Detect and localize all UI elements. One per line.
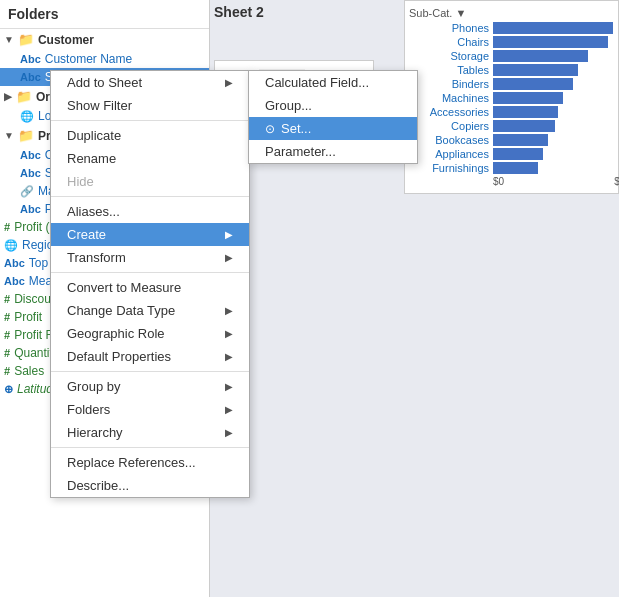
bar-row: Storage — [409, 50, 614, 62]
item-label: Customer Name — [45, 52, 132, 66]
arrow-icon: ▶ — [225, 229, 233, 240]
arrow-icon: ▶ — [225, 328, 233, 339]
bar-row: Binders — [409, 78, 614, 90]
bar-fill — [493, 134, 548, 146]
bar-row: Phones — [409, 22, 614, 34]
bar-rows: Phones Chairs Storage Tables — [409, 22, 614, 187]
menu-replace-references[interactable]: Replace References... — [51, 451, 249, 474]
folder-icon: 📁 — [18, 32, 34, 47]
hash-icon: # — [4, 221, 10, 233]
chart-header: Sub-Cat. ▼ — [409, 7, 614, 19]
submenu-create: Calculated Field... Group... ⊙ Set... Pa… — [248, 70, 418, 164]
arrow-icon: ▶ — [225, 427, 233, 438]
bar-fill — [493, 92, 563, 104]
menu-create[interactable]: Create ▶ — [51, 223, 249, 246]
submenu-parameter[interactable]: Parameter... — [249, 140, 417, 163]
hash-icon: # — [4, 365, 10, 377]
arrow-icon: ▶ — [225, 351, 233, 362]
bar-fill — [493, 120, 555, 132]
menu-transform[interactable]: Transform ▶ — [51, 246, 249, 269]
chart-panel: Sub-Cat. ▼ Phones Chairs Storage — [404, 0, 619, 194]
geo-icon: 🌐 — [4, 239, 18, 252]
bar-fill — [493, 64, 578, 76]
hash-icon: # — [4, 347, 10, 359]
menu-folders[interactable]: Folders ▶ — [51, 398, 249, 421]
hash-icon: # — [4, 293, 10, 305]
menu-hierarchy[interactable]: Hierarchy ▶ — [51, 421, 249, 444]
separator — [51, 120, 249, 121]
menu-change-data-type[interactable]: Change Data Type ▶ — [51, 299, 249, 322]
abc-icon: Abc — [20, 149, 41, 161]
menu-aliases[interactable]: Aliases... — [51, 200, 249, 223]
separator — [51, 196, 249, 197]
bar-row: Appliances — [409, 148, 614, 160]
menu-default-properties[interactable]: Default Properties ▶ — [51, 345, 249, 368]
arrow-icon: ▶ — [225, 252, 233, 263]
separator — [51, 272, 249, 273]
arrow-icon: ▶ — [4, 91, 12, 102]
bar-fill — [493, 36, 608, 48]
abc-icon: Abc — [4, 275, 25, 287]
menu-duplicate[interactable]: Duplicate — [51, 124, 249, 147]
app-container: Folders ▼ 📁 Customer Abc Customer Name A… — [0, 0, 619, 597]
arrow-icon: ▶ — [225, 305, 233, 316]
hash-icon: # — [4, 329, 10, 341]
separator — [51, 447, 249, 448]
bar-fill — [493, 22, 613, 34]
geo-icon: 🌐 — [20, 110, 34, 123]
arrow-icon: ▼ — [4, 34, 14, 45]
bar-row: Machines — [409, 92, 614, 104]
menu-describe[interactable]: Describe... — [51, 474, 249, 497]
bar-row: Bookcases — [409, 134, 614, 146]
bar-row: Copiers — [409, 120, 614, 132]
bar-fill — [493, 50, 588, 62]
bar-row: Chairs — [409, 36, 614, 48]
axis-start: $0 — [493, 176, 504, 187]
folder-icon: 📁 — [18, 128, 34, 143]
bar-row: Furnishings — [409, 162, 614, 174]
paperclip-icon: 🔗 — [20, 185, 34, 198]
arrow-icon: ▶ — [225, 77, 233, 88]
set-icon: ⊙ — [265, 122, 275, 136]
folder-customer[interactable]: ▼ 📁 Customer — [0, 29, 209, 50]
separator — [51, 371, 249, 372]
bar-fill — [493, 78, 573, 90]
hash-icon: # — [4, 311, 10, 323]
arrow-icon: ▼ — [4, 130, 14, 141]
menu-convert-to-measure[interactable]: Convert to Measure — [51, 276, 249, 299]
menu-add-to-sheet[interactable]: Add to Sheet ▶ — [51, 71, 249, 94]
submenu-calculated-field[interactable]: Calculated Field... — [249, 71, 417, 94]
abc-icon: Abc — [20, 167, 41, 179]
bar-fill — [493, 106, 558, 118]
axis-labels: $0 $10 — [409, 176, 614, 187]
abc-icon: Abc — [4, 257, 25, 269]
menu-group-by[interactable]: Group by ▶ — [51, 375, 249, 398]
folders-header: Folders — [0, 0, 209, 29]
menu-hide: Hide — [51, 170, 249, 193]
folder-customer-label: Customer — [38, 33, 94, 47]
abc-icon: Abc — [20, 203, 41, 215]
arrow-icon: ▶ — [225, 381, 233, 392]
abc-icon: Abc — [20, 71, 41, 83]
bar-row: Tables — [409, 64, 614, 76]
item-customer-name[interactable]: Abc Customer Name — [0, 50, 209, 68]
menu-rename[interactable]: Rename — [51, 147, 249, 170]
bar-row: Accessories — [409, 106, 614, 118]
arrow-icon: ▶ — [225, 404, 233, 415]
abc-icon: Abc — [20, 53, 41, 65]
geo-icon: ⊕ — [4, 383, 13, 396]
sheet-title: Sheet 2 — [214, 4, 264, 20]
item-label: Profit — [14, 310, 42, 324]
axis-end: $10 — [614, 176, 619, 187]
item-label: Sales — [14, 364, 44, 378]
menu-show-filter[interactable]: Show Filter — [51, 94, 249, 117]
bar-fill — [493, 162, 538, 174]
folder-icon: 📁 — [16, 89, 32, 104]
submenu-set[interactable]: ⊙ Set... — [249, 117, 417, 140]
context-menu: Add to Sheet ▶ Show Filter Duplicate Ren… — [50, 70, 250, 498]
menu-geographic-role[interactable]: Geographic Role ▶ — [51, 322, 249, 345]
submenu-group[interactable]: Group... — [249, 94, 417, 117]
bar-fill — [493, 148, 543, 160]
